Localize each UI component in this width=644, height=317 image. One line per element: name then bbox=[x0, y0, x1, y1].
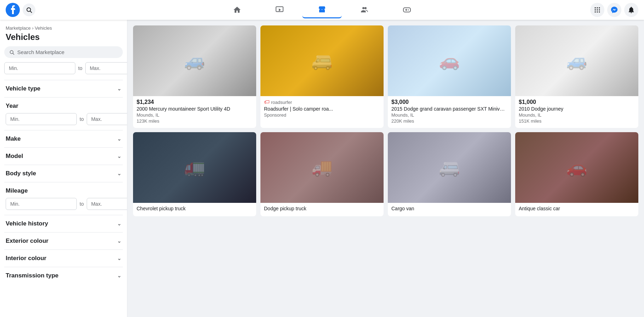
exterior-colour-chevron-icon: ⌄ bbox=[117, 238, 121, 244]
svg-point-5 bbox=[362, 7, 364, 9]
svg-point-16 bbox=[597, 9, 598, 10]
listing-info: Antique classic car bbox=[515, 203, 638, 216]
nav-gaming-button[interactable] bbox=[387, 1, 427, 18]
year-label: Year bbox=[6, 102, 18, 110]
facebook-logo-icon[interactable] bbox=[6, 3, 20, 17]
body-style-label: Body style bbox=[6, 170, 36, 177]
interior-colour-filter[interactable]: Interior colour ⌄ bbox=[6, 255, 121, 262]
svg-line-2 bbox=[30, 11, 31, 12]
svg-point-17 bbox=[599, 9, 600, 10]
svg-marker-4 bbox=[279, 8, 281, 11]
svg-point-18 bbox=[595, 11, 596, 12]
listing-info: $3,000 2015 Dodge grand caravan passenge… bbox=[388, 96, 511, 128]
exterior-colour-label: Exterior colour bbox=[6, 237, 48, 245]
search-bar[interactable] bbox=[4, 46, 123, 58]
listing-image: 🚚 bbox=[260, 132, 384, 203]
listing-info: $1,000 2010 Dodge journey Mounds, IL 151… bbox=[515, 96, 638, 128]
vehicle-type-label: Vehicle type bbox=[6, 85, 40, 92]
apps-grid-button[interactable] bbox=[590, 3, 604, 17]
listing-image: 🚗 bbox=[388, 25, 511, 96]
listing-card[interactable]: 🚛 Chevrolet pickup truck bbox=[133, 132, 256, 216]
interior-colour-label: Interior colour bbox=[6, 255, 46, 262]
nav-watch-button[interactable] bbox=[260, 1, 299, 18]
year-range: to bbox=[6, 113, 121, 125]
seller-name: roadsurfer bbox=[271, 100, 292, 105]
listing-name: Chevrolet pickup truck bbox=[137, 206, 253, 211]
listing-card[interactable]: 🚗 Antique classic car bbox=[515, 132, 638, 216]
mileage-range: to bbox=[6, 198, 121, 210]
nav-marketplace-button[interactable] bbox=[302, 1, 342, 18]
listing-miles: 151K miles bbox=[519, 118, 635, 124]
listing-card[interactable]: 🚚 Dodge pickup truck bbox=[260, 132, 384, 216]
model-chevron-icon: ⌄ bbox=[117, 153, 121, 159]
vehicle-type-filter[interactable]: Vehicle type ⌄ bbox=[6, 85, 121, 92]
mileage-section: Mileage to bbox=[4, 182, 123, 215]
svg-point-20 bbox=[599, 11, 600, 12]
model-label: Model bbox=[6, 153, 23, 160]
mileage-min-input[interactable] bbox=[6, 198, 77, 210]
listing-info: Chevrolet pickup truck bbox=[133, 203, 256, 216]
year-min-input[interactable] bbox=[6, 113, 77, 125]
svg-point-19 bbox=[597, 11, 598, 12]
listing-name: Roadsurfer | Solo camper roa... bbox=[264, 106, 380, 112]
listing-image: 🚐 bbox=[260, 25, 384, 96]
listing-image: 🚗 bbox=[515, 132, 638, 203]
listing-name: 2000 Mercury mountaineer Sport Utility 4… bbox=[137, 106, 253, 112]
svg-point-10 bbox=[408, 9, 409, 10]
year-range-separator: to bbox=[80, 116, 84, 122]
nav-home-button[interactable] bbox=[217, 1, 257, 18]
svg-point-11 bbox=[408, 10, 409, 11]
year-max-input[interactable] bbox=[87, 113, 127, 125]
price-min-input[interactable] bbox=[4, 62, 75, 74]
listing-image: 🚐 bbox=[388, 132, 511, 203]
listing-card[interactable]: 🚐 🏷 roadsurfer Roadsurfer | Solo camper … bbox=[260, 25, 384, 128]
listing-location: Mounds, IL bbox=[519, 112, 635, 118]
listing-card[interactable]: 🚙 $1,000 2010 Dodge journey Mounds, IL 1… bbox=[515, 25, 638, 128]
nav-right bbox=[518, 3, 638, 17]
listing-miles: 220K miles bbox=[391, 118, 507, 124]
mileage-range-separator: to bbox=[80, 201, 84, 207]
transmission-chevron-icon: ⌄ bbox=[117, 273, 121, 278]
vehicle-history-filter[interactable]: Vehicle history ⌄ bbox=[6, 220, 121, 227]
svg-point-14 bbox=[599, 7, 600, 8]
nav-groups-button[interactable] bbox=[345, 1, 384, 18]
mileage-label: Mileage bbox=[6, 187, 28, 194]
svg-point-15 bbox=[595, 9, 596, 10]
sidebar: Marketplace › Vehicles Vehicles to Vehic… bbox=[0, 20, 127, 317]
mileage-max-input[interactable] bbox=[87, 198, 127, 210]
listing-image: 🚙 bbox=[515, 25, 638, 96]
notifications-button[interactable] bbox=[624, 3, 638, 17]
sponsored-icon: 🏷 bbox=[264, 99, 270, 105]
body-style-section: Body style ⌄ bbox=[4, 165, 123, 182]
search-input[interactable] bbox=[17, 49, 118, 55]
listing-card[interactable]: 🚙 $1,234 2000 Mercury mountaineer Sport … bbox=[133, 25, 256, 128]
exterior-colour-filter[interactable]: Exterior colour ⌄ bbox=[6, 237, 121, 245]
listing-miles: 123K miles bbox=[137, 118, 253, 124]
main-content: 🚙 $1,234 2000 Mercury mountaineer Sport … bbox=[127, 20, 644, 317]
transmission-filter[interactable]: Transmission type ⌄ bbox=[6, 272, 121, 279]
make-filter[interactable]: Make ⌄ bbox=[6, 135, 121, 142]
listing-location: Mounds, IL bbox=[391, 112, 507, 118]
make-section: Make ⌄ bbox=[4, 130, 123, 147]
listing-card[interactable]: 🚐 Cargo van bbox=[388, 132, 511, 216]
model-filter[interactable]: Model ⌄ bbox=[6, 153, 121, 160]
nav-search-button[interactable] bbox=[23, 4, 35, 16]
listing-image: 🚛 bbox=[133, 132, 256, 203]
listing-name: Dodge pickup truck bbox=[264, 206, 380, 211]
model-section: Model ⌄ bbox=[4, 147, 123, 165]
svg-point-6 bbox=[364, 7, 367, 9]
interior-colour-section: Interior colour ⌄ bbox=[4, 250, 123, 267]
body-style-filter[interactable]: Body style ⌄ bbox=[6, 170, 121, 177]
listing-price: $3,000 bbox=[391, 99, 507, 105]
listing-info: Cargo van bbox=[388, 203, 511, 216]
messenger-button[interactable] bbox=[607, 3, 621, 17]
vehicle-history-label: Vehicle history bbox=[6, 220, 48, 227]
year-filter-label: Year bbox=[6, 102, 121, 110]
search-icon bbox=[9, 49, 15, 55]
listing-card[interactable]: 🚗 $3,000 2015 Dodge grand caravan passen… bbox=[388, 25, 511, 128]
listing-price: $1,000 bbox=[519, 99, 635, 105]
interior-colour-chevron-icon: ⌄ bbox=[117, 256, 121, 261]
price-max-input[interactable] bbox=[85, 62, 127, 74]
listing-sponsored-label: Sponsored bbox=[264, 112, 380, 118]
svg-point-12 bbox=[595, 7, 596, 8]
